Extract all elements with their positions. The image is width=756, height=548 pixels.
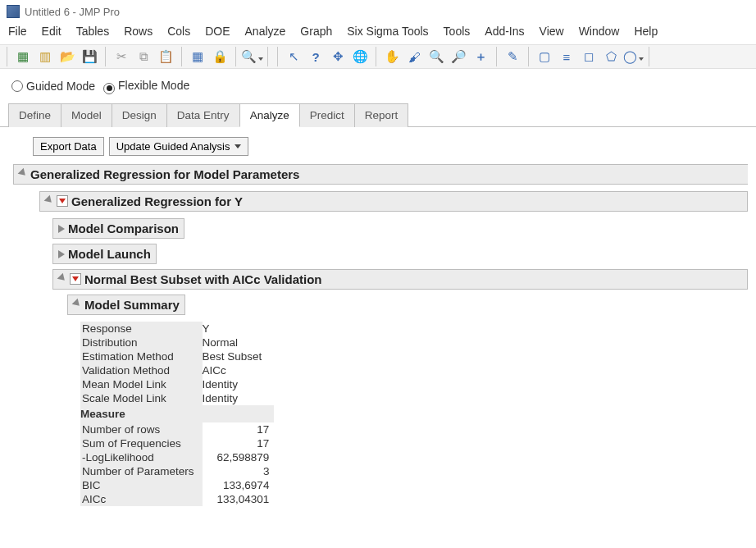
menu-file[interactable]: File — [8, 25, 27, 38]
menu-sixsigma[interactable]: Six Sigma Tools — [347, 25, 428, 38]
outline-model-summary[interactable]: Model Summary — [67, 295, 185, 315]
save-icon[interactable]: 💾 — [80, 47, 99, 66]
search-icon[interactable]: 🔍 — [242, 47, 262, 66]
menu-edit[interactable]: Edit — [42, 25, 61, 38]
menu-rows[interactable]: Rows — [124, 25, 153, 38]
row-mean-link: Mean Model LinkIdentity — [80, 377, 274, 391]
analyze-panel: Export Data Update Guided Analysis Gener… — [0, 127, 756, 506]
shape-icon[interactable]: ◻ — [579, 47, 599, 66]
menu-window[interactable]: Window — [579, 25, 620, 38]
export-data-button[interactable]: Export Data — [33, 137, 104, 156]
outline-best-subset-label: Normal Best Subset with AICc Validation — [84, 272, 322, 286]
new-table-icon[interactable]: ▦ — [13, 47, 33, 66]
redhot-icon[interactable] — [70, 273, 81, 285]
disclosure-open-icon[interactable] — [72, 299, 83, 309]
row-distribution: DistributionNormal — [80, 336, 274, 349]
outline-model-summary-label: Model Summary — [84, 298, 180, 312]
ellipse-icon[interactable]: ◯ — [623, 47, 643, 66]
disclosure-open-icon[interactable] — [18, 168, 29, 179]
pencil-icon[interactable]: ✎ — [503, 47, 522, 66]
row-sumfreq: Sum of Frequencies17 — [80, 436, 274, 450]
row-measure-header: Measure — [80, 405, 274, 422]
menu-doe[interactable]: DOE — [205, 25, 230, 38]
outline-root-label: Generalized Regression for Model Paramet… — [30, 167, 299, 181]
outline-model-launch[interactable]: Model Launch — [52, 244, 157, 264]
menu-tables[interactable]: Tables — [76, 25, 109, 38]
row-nparam: Number of Parameters3 — [80, 464, 274, 478]
flexible-mode-radio[interactable]: Flexible Mode — [103, 79, 189, 94]
paste-icon[interactable]: 📋 — [156, 47, 175, 66]
menu-analyze[interactable]: Analyze — [245, 25, 286, 38]
lines-icon[interactable]: ≡ — [557, 47, 576, 66]
copy-icon[interactable]: ⧉ — [134, 47, 153, 66]
menu-addins[interactable]: Add-Ins — [485, 25, 524, 38]
tab-define[interactable]: Define — [8, 103, 61, 127]
update-guided-button[interactable]: Update Guided Analysis — [109, 137, 249, 156]
tab-analyze[interactable]: Analyze — [239, 103, 300, 127]
row-scale-link: Scale Model LinkIdentity — [80, 391, 274, 405]
crosshair-icon[interactable]: ✥ — [328, 47, 348, 66]
globe-icon[interactable]: 🌐 — [350, 47, 370, 66]
disclosure-open-icon[interactable] — [57, 273, 68, 284]
tab-design[interactable]: Design — [112, 103, 167, 127]
lock-icon[interactable]: 🔒 — [210, 47, 230, 66]
disclosure-closed-icon[interactable] — [58, 225, 65, 233]
menu-help[interactable]: Help — [634, 25, 658, 38]
magnify-plus-icon[interactable]: 🔎 — [449, 47, 468, 66]
tab-model[interactable]: Model — [61, 103, 112, 127]
menubar: File Edit Tables Rows Cols DOE Analyze G… — [0, 21, 756, 44]
menu-graph[interactable]: Graph — [300, 25, 332, 38]
text-box-icon[interactable]: ▢ — [535, 47, 554, 66]
disclosure-closed-icon[interactable] — [58, 250, 65, 258]
toolbar: ▦ ▥ 📂 💾 ✂ ⧉ 📋 ▦ 🔒 🔍 ↖ ? ✥ 🌐 ✋ 🖌 🔍 🔎 ＋ ✎ … — [0, 44, 756, 69]
outline-model-launch-label: Model Launch — [68, 247, 151, 261]
model-summary-table: ResponseY DistributionNormal Estimation … — [80, 322, 748, 506]
arrow-icon[interactable]: ↖ — [284, 47, 303, 66]
disclosure-open-icon[interactable] — [44, 195, 55, 206]
outline-model-comparison-label: Model Comparison — [68, 221, 179, 235]
row-response: ResponseY — [80, 322, 274, 336]
table-icon[interactable]: ▦ — [188, 47, 207, 66]
outline-best-subset[interactable]: Normal Best Subset with AICc Validation — [52, 269, 748, 290]
workflow-tabs: Define Model Design Data Entry Analyze P… — [0, 103, 756, 127]
outline-genreg-y-label: Generalized Regression for Y — [71, 194, 243, 208]
outline-genreg-y[interactable]: Generalized Regression for Y — [39, 191, 748, 212]
app-icon — [7, 5, 20, 18]
menu-tools[interactable]: Tools — [444, 25, 471, 38]
row-validation: Validation MethodAICc — [80, 363, 274, 377]
hand-icon[interactable]: ✋ — [382, 47, 402, 66]
help-icon[interactable]: ? — [306, 47, 326, 66]
menu-cols[interactable]: Cols — [167, 25, 190, 38]
outline-root[interactable]: Generalized Regression for Model Paramet… — [13, 164, 748, 185]
tab-predict[interactable]: Predict — [299, 103, 355, 127]
open-icon[interactable]: 📂 — [57, 47, 77, 66]
redhot-icon[interactable] — [57, 195, 68, 207]
outline-model-comparison[interactable]: Model Comparison — [52, 218, 184, 239]
tab-report[interactable]: Report — [354, 103, 409, 127]
row-loglik: -LogLikelihood62,598879 — [80, 450, 274, 464]
row-aicc: AICc133,04301 — [80, 492, 274, 506]
brush-icon[interactable]: 🖌 — [404, 47, 424, 66]
menu-view[interactable]: View — [540, 25, 564, 38]
mode-selector: Guided Mode Flexible Mode — [0, 69, 756, 103]
guided-mode-radio[interactable]: Guided Mode — [11, 80, 95, 93]
row-nrows: Number of rows17 — [80, 422, 274, 436]
polygon-icon[interactable]: ⬠ — [601, 47, 621, 66]
zoom-icon[interactable]: 🔍 — [426, 47, 446, 66]
row-bic: BIC133,6974 — [80, 478, 274, 492]
tab-dataentry[interactable]: Data Entry — [166, 103, 240, 127]
cut-icon[interactable]: ✂ — [112, 47, 131, 66]
plus-icon[interactable]: ＋ — [471, 47, 490, 66]
new-script-icon[interactable]: ▥ — [35, 47, 55, 66]
row-estimation: Estimation MethodBest Subset — [80, 349, 274, 363]
window-title: Untitled 6 - JMP Pro — [25, 6, 120, 18]
titlebar: Untitled 6 - JMP Pro — [0, 0, 756, 21]
